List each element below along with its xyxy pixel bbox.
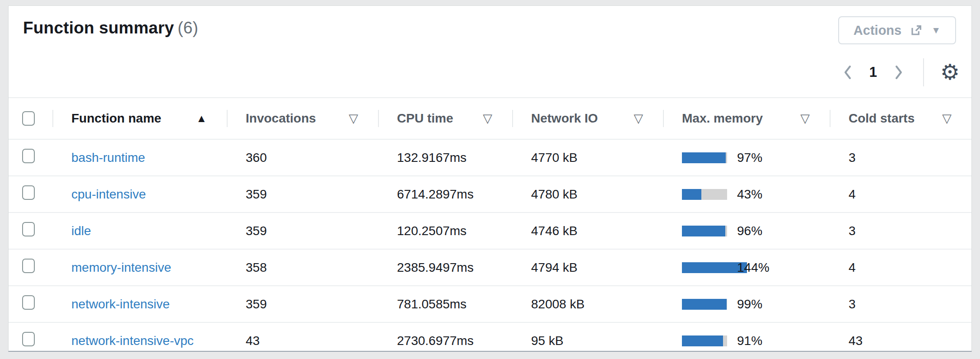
page-title: Function summary(6) <box>23 19 198 38</box>
select-all-checkbox[interactable] <box>22 111 35 126</box>
function-name-link[interactable]: cpu-intensive <box>71 187 146 201</box>
item-count: (6) <box>174 19 198 37</box>
cpu-time-cell: 6714.2897ms <box>378 187 512 202</box>
sort-toggle-icon[interactable]: ▽ <box>942 111 952 126</box>
row-select-cell <box>9 149 52 166</box>
memory-percent-label: 144% <box>737 260 770 275</box>
function-name-link[interactable]: bash-runtime <box>71 151 145 165</box>
max-memory-cell: 43% <box>663 187 830 202</box>
function-summary-panel: Function summary(6) Actions ▼ <box>8 5 972 352</box>
table-row: network-intensive-vpc 43 2730.6977ms 95 … <box>9 322 971 352</box>
invocations-cell: 360 <box>227 151 378 165</box>
memory-percent-label: 96% <box>737 224 762 238</box>
cold-starts-cell: 3 <box>830 224 971 238</box>
row-select-cell <box>9 222 52 240</box>
memory-percent-label: 97% <box>737 151 762 165</box>
column-header-invocations[interactable]: Invocations ▽ <box>227 98 378 139</box>
column-label: Network IO <box>531 111 598 126</box>
table-row: network-intensive 359 781.0585ms 82008 k… <box>9 285 971 322</box>
function-name-link[interactable]: network-intensive-vpc <box>71 334 194 348</box>
table-row: memory-intensive 358 2385.9497ms 4794 kB… <box>9 249 971 285</box>
select-all-header-cell <box>9 98 52 139</box>
table-row: cpu-intensive 359 6714.2897ms 4780 kB 43… <box>9 175 971 212</box>
function-name-link[interactable]: memory-intensive <box>71 260 171 274</box>
network-io-cell: 82008 kB <box>512 297 663 312</box>
actions-button-label: Actions <box>854 23 901 38</box>
memory-bar-track <box>682 262 727 273</box>
page-title-text: Function summary <box>23 19 174 37</box>
network-io-cell: 95 kB <box>512 334 663 348</box>
function-name-cell: bash-runtime <box>52 151 227 165</box>
max-memory-cell: 99% <box>663 297 830 312</box>
memory-bar-fill <box>682 152 726 163</box>
sort-toggle-icon[interactable]: ▽ <box>800 111 810 126</box>
invocations-cell: 358 <box>227 260 378 275</box>
current-page-number[interactable]: 1 <box>868 64 879 80</box>
sort-toggle-icon[interactable]: ▽ <box>483 111 492 126</box>
row-select-cell <box>9 259 52 276</box>
function-name-link[interactable]: idle <box>71 224 91 238</box>
column-label: Max. memory <box>682 111 763 126</box>
row-checkbox[interactable] <box>22 222 35 236</box>
cold-starts-cell: 4 <box>830 260 971 275</box>
settings-gear-icon[interactable]: ⚙ <box>940 61 960 84</box>
sort-toggle-icon[interactable]: ▽ <box>634 111 643 126</box>
cold-starts-cell: 43 <box>830 334 971 348</box>
function-summary-table: Function name ▲ Invocations ▽ CPU time ▽ <box>9 97 971 352</box>
function-name-link[interactable]: network-intensive <box>71 297 170 311</box>
network-io-cell: 4780 kB <box>512 187 663 202</box>
memory-bar-fill <box>682 335 723 346</box>
next-page-button[interactable] <box>891 61 907 84</box>
max-memory-cell: 97% <box>663 151 830 165</box>
column-label: Invocations <box>246 111 316 126</box>
column-header-max-memory[interactable]: Max. memory ▽ <box>663 98 830 139</box>
memory-bar-fill <box>682 226 725 236</box>
table-header-row: Function name ▲ Invocations ▽ CPU time ▽ <box>9 97 971 139</box>
function-name-cell: idle <box>52 224 227 238</box>
table-body: bash-runtime 360 132.9167ms 4770 kB 97% … <box>9 139 971 352</box>
function-name-cell: network-intensive-vpc <box>52 334 227 348</box>
invocations-cell: 43 <box>227 334 378 348</box>
invocations-cell: 359 <box>227 224 378 238</box>
row-checkbox[interactable] <box>22 295 35 310</box>
memory-bar-track <box>682 226 727 236</box>
memory-bar-track <box>682 299 727 310</box>
memory-percent-label: 43% <box>737 187 762 202</box>
cpu-time-cell: 781.0585ms <box>378 297 512 312</box>
memory-bar-fill <box>682 189 701 200</box>
row-checkbox[interactable] <box>22 185 35 200</box>
row-checkbox[interactable] <box>22 259 35 273</box>
column-header-cpu-time[interactable]: CPU time ▽ <box>378 98 512 139</box>
function-name-cell: network-intensive <box>52 297 227 312</box>
memory-bar-track <box>682 189 727 200</box>
cpu-time-cell: 2385.9497ms <box>378 260 512 275</box>
column-label: CPU time <box>397 111 453 126</box>
column-header-cold-starts[interactable]: Cold starts ▽ <box>830 98 971 139</box>
column-header-function-name[interactable]: Function name ▲ <box>52 98 227 139</box>
column-header-network-io[interactable]: Network IO ▽ <box>512 98 663 139</box>
row-checkbox[interactable] <box>22 149 35 163</box>
network-io-cell: 4746 kB <box>512 224 663 238</box>
table-row: idle 359 120.2507ms 4746 kB 96% 3 <box>9 212 971 249</box>
sort-toggle-icon[interactable]: ▽ <box>349 111 358 126</box>
cpu-time-cell: 132.9167ms <box>378 151 512 165</box>
cpu-time-cell: 2730.6977ms <box>378 334 512 348</box>
previous-page-button[interactable] <box>840 61 856 84</box>
external-link-icon <box>910 24 923 37</box>
row-checkbox[interactable] <box>22 332 35 346</box>
pagination: 1 ⚙ <box>840 58 960 86</box>
actions-button[interactable]: Actions ▼ <box>838 16 956 44</box>
function-name-cell: cpu-intensive <box>52 187 227 202</box>
memory-bar-track <box>682 335 727 346</box>
row-select-cell <box>9 295 52 313</box>
function-name-cell: memory-intensive <box>52 260 227 275</box>
memory-percent-label: 99% <box>737 297 762 312</box>
cpu-time-cell: 120.2507ms <box>378 224 512 238</box>
cold-starts-cell: 3 <box>830 151 971 165</box>
invocations-cell: 359 <box>227 297 378 312</box>
max-memory-cell: 91% <box>663 334 830 348</box>
page-background: Function summary(6) Actions ▼ <box>0 0 980 359</box>
pagination-divider <box>923 58 924 86</box>
sort-ascending-icon[interactable]: ▲ <box>196 112 207 125</box>
max-memory-cell: 96% <box>663 224 830 238</box>
